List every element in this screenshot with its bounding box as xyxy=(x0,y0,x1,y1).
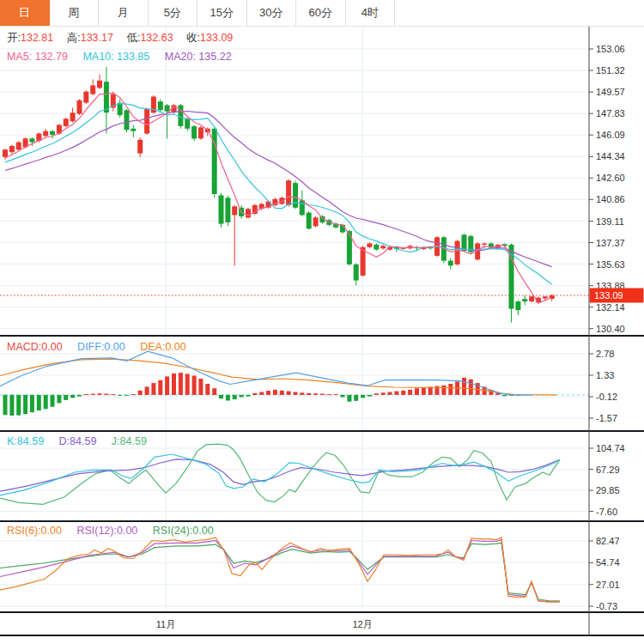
tab-5min[interactable]: 5分 xyxy=(149,0,198,26)
dea-value: DEA:0.00 xyxy=(140,341,186,353)
current-price-badge: 133.09 xyxy=(590,289,644,303)
tab-15min[interactable]: 15分 xyxy=(197,0,247,26)
rsi-readout: RSI(6):0.00 RSI(12):0.00 RSI(24):0.00 xyxy=(7,525,226,537)
svg-text:29.85: 29.85 xyxy=(596,485,620,495)
ma-lines xyxy=(5,93,552,303)
kdj-layer xyxy=(0,444,560,504)
candles-layer xyxy=(3,67,555,323)
rsi24-value: RSI(24):0.00 xyxy=(153,525,214,537)
tab-30min[interactable]: 30分 xyxy=(247,0,297,26)
ohlc-readout: 开:132.81 高:133.17 低:132.63 收:133.09 xyxy=(7,32,233,44)
close-label: 收: xyxy=(186,32,200,44)
svg-text:144.34: 144.34 xyxy=(596,151,625,161)
svg-text:54.74: 54.74 xyxy=(596,557,620,568)
chart-canvas[interactable]: 153.06151.32149.57147.83146.09144.34142.… xyxy=(0,0,644,644)
x-axis-labels: 11月12月 xyxy=(156,619,373,629)
svg-text:147.83: 147.83 xyxy=(596,108,625,118)
svg-text:149.57: 149.57 xyxy=(596,87,625,97)
j-value: J:84.59 xyxy=(112,435,147,447)
open-value: 132.81 xyxy=(21,32,53,44)
low-value: 132.63 xyxy=(140,32,173,44)
macd-value: MACD:0.00 xyxy=(7,341,63,353)
high-label: 高: xyxy=(67,32,81,44)
tab-60min[interactable]: 60分 xyxy=(296,0,346,26)
ma10-readout: MA10: 133.85 xyxy=(82,51,149,63)
svg-text:27.01: 27.01 xyxy=(596,580,620,590)
svg-text:2.78: 2.78 xyxy=(596,349,614,359)
kdj-readout: K:84.59 D:84.59 J:84.59 xyxy=(7,435,159,447)
diff-value: DIFF:0.00 xyxy=(77,341,125,353)
ma20-readout: MA20: 135.22 xyxy=(165,51,232,63)
d-value: D:84.59 xyxy=(59,435,97,447)
axis-layer: 153.06151.32149.57147.83146.09144.34142.… xyxy=(589,26,625,635)
svg-text:132.14: 132.14 xyxy=(596,302,625,313)
tab-4hour[interactable]: 4时 xyxy=(346,0,396,26)
rsi12-value: RSI(12):0.00 xyxy=(76,525,137,537)
tab-day[interactable]: 日 xyxy=(0,0,50,26)
svg-text:130.40: 130.40 xyxy=(596,324,625,334)
tab-month[interactable]: 月 xyxy=(99,0,149,26)
ma-readout: MA5: 132.79 MA10: 133.85 MA20: 135.22 xyxy=(7,51,244,63)
svg-text:133.09: 133.09 xyxy=(594,290,623,301)
svg-text:1.33: 1.33 xyxy=(596,370,614,380)
svg-text:142.60: 142.60 xyxy=(596,173,625,183)
period-toolbar: 日 周 月 5分 15分 30分 60分 4时 xyxy=(0,0,644,27)
svg-text:11月: 11月 xyxy=(156,619,175,629)
rsi-layer xyxy=(0,538,560,602)
macd-readout: MACD:0.00 DIFF:0.00 DEA:0.00 xyxy=(7,341,198,353)
svg-text:135.63: 135.63 xyxy=(596,259,625,270)
svg-text:104.74: 104.74 xyxy=(596,443,625,453)
svg-text:151.32: 151.32 xyxy=(596,65,625,76)
svg-text:137.37: 137.37 xyxy=(596,238,625,248)
svg-text:82.47: 82.47 xyxy=(596,536,620,546)
macd-layer xyxy=(0,351,556,416)
svg-text:146.09: 146.09 xyxy=(596,130,625,140)
svg-text:140.86: 140.86 xyxy=(596,194,625,204)
close-value: 133.09 xyxy=(200,32,233,44)
low-label: 低: xyxy=(126,32,140,44)
high-value: 133.17 xyxy=(81,32,113,44)
svg-text:-7.60: -7.60 xyxy=(596,507,617,517)
trading-chart-app: 日 周 月 5分 15分 30分 60分 4时 153.06151.32149.… xyxy=(0,0,644,644)
rsi6-value: RSI(6):0.00 xyxy=(7,525,62,537)
svg-text:139.11: 139.11 xyxy=(596,216,624,227)
svg-text:67.29: 67.29 xyxy=(596,465,620,475)
tab-week[interactable]: 周 xyxy=(50,0,100,26)
svg-text:12月: 12月 xyxy=(352,619,372,629)
svg-text:153.06: 153.06 xyxy=(596,44,625,54)
panel-separators xyxy=(0,336,644,635)
open-label: 开: xyxy=(7,32,21,44)
svg-text:-0.12: -0.12 xyxy=(596,392,617,402)
ma5-readout: MA5: 132.79 xyxy=(7,51,68,63)
svg-text:-0.73: -0.73 xyxy=(596,601,617,611)
k-value: K:84.59 xyxy=(7,435,44,447)
svg-text:-1.57: -1.57 xyxy=(596,413,617,423)
